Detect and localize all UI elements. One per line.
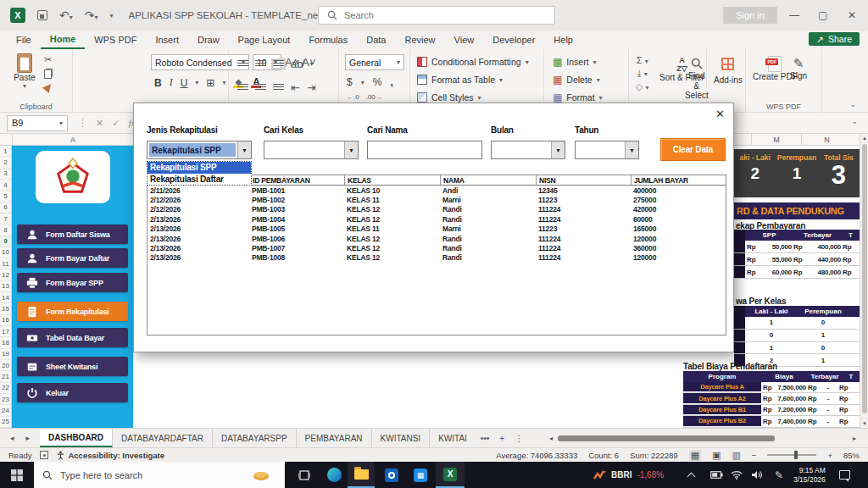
percent-format-icon[interactable]: % [373,76,382,88]
sheet-options-icon[interactable]: ⋮ [509,429,528,447]
stock-widget[interactable]: BBRI -1,68% [593,462,664,488]
decrease-indent-icon[interactable]: ⇤ [291,81,300,94]
row-number[interactable]: 24 [0,405,11,416]
macro-record-icon[interactable] [40,451,48,459]
customize-toolbar-icon[interactable]: ▾ [110,12,114,19]
align-left-icon[interactable] [237,84,248,92]
row-number[interactable]: 20 [0,360,11,371]
taskbar-search-box[interactable]: Type here to search [34,462,285,488]
excel-taskbar-button[interactable]: X [436,462,465,488]
comma-format-icon[interactable]: , [390,76,392,88]
dropdown-item-rekapitulasi-spp[interactable]: Rekapitulasi SPP [147,162,251,174]
zoom-out-icon[interactable]: − [752,451,757,460]
table-row[interactable]: 2/11/2026 PMB-1001 KELAS 10 Andi 12345 4… [147,186,726,195]
row-number[interactable]: 17 [0,326,11,337]
edge-taskbar-button[interactable] [320,462,348,488]
tab-draw[interactable]: Draw [188,30,229,49]
cari-kelas-combo[interactable]: ▼ [264,141,359,159]
underline-icon[interactable]: U [181,77,188,89]
file-explorer-taskbar-button[interactable] [348,462,375,488]
page-layout-view-icon[interactable]: ▣ [712,450,721,461]
cut-icon[interactable]: ✂ [44,54,53,65]
zoom-level[interactable]: 85% [843,451,860,460]
conditional-formatting-button[interactable]: Conditional Formatting▾ [417,54,529,69]
column-header-n[interactable]: N [801,134,852,146]
align-middle-icon[interactable] [255,60,266,68]
battery-tray-icon[interactable] [710,462,723,488]
cancel-icon[interactable]: ✕ [96,118,103,129]
row-number[interactable]: 25 [0,417,11,428]
copy-icon[interactable] [44,69,52,79]
sheet-prev-icon[interactable]: ◂ [10,434,14,442]
row-number[interactable]: 4 [0,180,11,191]
row-number[interactable]: 23 [0,394,11,405]
row-number[interactable]: 8 [0,225,11,236]
align-center-icon[interactable] [255,84,266,92]
borders-icon[interactable]: ⊞ [206,77,214,89]
sidebar-button-form-bayar-spp[interactable]: Form Bayar SPP [17,273,128,292]
align-bottom-icon[interactable] [273,60,284,68]
tab-wps-pdf[interactable]: WPS PDF [85,30,146,49]
increase-indent-icon[interactable]: ⇥ [307,81,316,94]
sheet-tab-kwitai[interactable]: KWITAI [430,429,476,447]
row-number[interactable]: 7 [0,214,11,225]
volume-tray-icon[interactable] [751,462,762,488]
table-row[interactable]: 2/13/2026 PMB-1006 KELAS 12 Randi 111224… [147,234,726,243]
sidebar-button-form-rekapitulasi[interactable]: Form Rekapitulasi [17,302,128,321]
decrease-decimal-icon[interactable]: .00→ [366,93,382,101]
tab-file[interactable]: File [7,30,41,49]
bold-icon[interactable]: B [154,77,162,89]
tab-data[interactable]: Data [357,30,395,49]
scroll-right-icon[interactable]: ▸ [853,435,856,442]
minimize-button[interactable]: — [780,0,809,30]
table-row[interactable]: 2/12/2026 PMB-1002 KELAS 11 Marni 11223 … [147,195,726,204]
sidebar-button-form-daftar-siswa[interactable]: Form Daftar Siswa [17,225,128,244]
task-view-button[interactable] [292,462,317,488]
start-button[interactable] [0,462,34,488]
column-header-a[interactable]: A [12,134,133,146]
normal-view-icon[interactable]: ▦ [689,450,701,461]
outlook-taskbar-button[interactable] [378,462,405,488]
maximize-button[interactable]: ▢ [809,0,837,30]
fill-icon[interactable]: ⤓ ▾ [637,68,648,79]
sheet-next-icon[interactable]: ▸ [26,434,31,442]
format-as-table-button[interactable]: Format as Table▾ [417,72,503,87]
column-header-m[interactable]: M [751,134,801,146]
row-number[interactable]: 15 [0,303,11,314]
row-number[interactable]: 21 [0,371,11,382]
tab-insert[interactable]: Insert [146,30,188,49]
increase-decimal-icon[interactable]: ←.0 [347,93,359,101]
expand-formula-bar-icon[interactable]: ⌄ [851,117,858,125]
tahun-combo[interactable]: ▼ [575,141,639,159]
row-number[interactable]: 5 [0,191,11,202]
row-number[interactable]: 19 [0,349,11,360]
clear-icon[interactable]: ◇ ▾ [636,81,649,92]
page-break-view-icon[interactable]: ▥ [732,450,740,461]
autosum-icon[interactable]: Σ ▾ [637,55,648,65]
tab-review[interactable]: Review [395,30,444,49]
sidebar-button-keluar[interactable]: Keluar [17,383,128,402]
sign-in-button[interactable]: Sign in [723,7,777,24]
number-format-select[interactable]: General▾ [345,54,404,70]
tab-home[interactable]: Home [41,30,86,49]
clock-tray[interactable]: 9:15 AM3/15/2026 [793,462,826,488]
combo-dropdown-icon[interactable]: ▼ [551,141,565,158]
row-number[interactable]: 11 [0,258,11,269]
delete-cells-button[interactable]: ▦Delete▾ [553,72,600,87]
table-row[interactable]: 2/13/2026 PMB-1005 KELAS 11 Marni 11223 … [147,225,726,234]
accessibility-status[interactable]: Accessibility: Investigate [57,451,164,460]
cari-nama-input[interactable] [367,141,482,159]
jenis-rekapitulasi-combo[interactable]: Rekapitulasi SPP ▼ [147,141,252,159]
row-number[interactable]: 10 [0,247,11,258]
sidebar-button-sheet-kwitansi[interactable]: Sheet Kwitansi [17,357,128,376]
italic-icon[interactable]: I [170,76,173,89]
name-box[interactable]: B9▾ [7,115,68,131]
undo-icon[interactable]: ↶▾ [59,8,73,22]
sidebar-button-tabel-data-bayar[interactable]: Tabel Data Bayar [17,328,128,347]
bulan-combo[interactable]: ▼ [491,141,565,159]
paste-button[interactable]: Paste ▾ [7,53,42,101]
dropdown-item-rekapitulasi-daftar[interactable]: Rekapitulasi Daftar [147,174,251,186]
sheet-tab-kwitansi[interactable]: KWITANSI [372,429,431,447]
combo-dropdown-icon[interactable]: ▼ [625,141,638,158]
more-sheets-icon[interactable]: ••• [476,429,495,447]
